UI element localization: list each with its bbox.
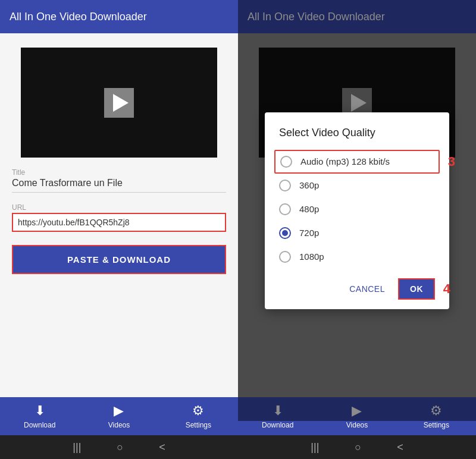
radio-audio — [280, 156, 292, 168]
left-appbar-title: All In One Video Downloader — [10, 11, 147, 23]
option-audio[interactable]: Audio (mp3) 128 kbit/s 3 — [274, 150, 440, 174]
radio-360p — [279, 180, 291, 191]
right-android-home[interactable]: ○ — [355, 441, 361, 454]
url-input[interactable]: https://youtu.be/fB1QQR5hZj8 — [12, 213, 226, 232]
url-wrapper: https://youtu.be/fB1QQR5hZj8 1 — [12, 213, 226, 232]
videos-icon: ▶ — [114, 403, 124, 419]
settings-icon: ⚙ — [192, 403, 204, 419]
option-360p-label: 360p — [299, 180, 319, 190]
option-720p-label: 720p — [299, 228, 319, 238]
right-android-bar: ||| ○ < — [238, 435, 476, 459]
cancel-button[interactable]: CANCEL — [342, 279, 392, 298]
radio-480p — [279, 203, 291, 215]
right-nav-download-label: Download — [262, 421, 293, 429]
right-android-menu[interactable]: ||| — [311, 441, 319, 454]
paste-download-button[interactable]: PASTE & DOWNLOAD — [12, 245, 226, 274]
paste-btn-wrapper: PASTE & DOWNLOAD 2 — [12, 245, 226, 274]
left-nav-settings[interactable]: ⚙ Settings — [159, 397, 238, 435]
left-screen: All In One Video Downloader Title Come T… — [0, 0, 238, 459]
right-nav-settings-label: Settings — [424, 421, 449, 429]
left-nav-download[interactable]: ⬇ Download — [0, 397, 79, 435]
left-appbar: All In One Video Downloader — [0, 0, 238, 33]
dialog-title: Select Video Quality — [279, 127, 435, 139]
option-1080p-label: 1080p — [299, 251, 324, 262]
left-android-menu[interactable]: ||| — [73, 441, 81, 454]
option-1080p[interactable]: 1080p — [279, 245, 435, 269]
right-screen: All In One Video Downloader Select Video… — [238, 0, 476, 459]
download-icon: ⬇ — [35, 403, 45, 419]
left-bottom-nav: ⬇ Download ▶ Videos ⚙ Settings — [0, 397, 238, 435]
left-nav-videos[interactable]: ▶ Videos — [79, 397, 158, 435]
option-360p[interactable]: 360p — [279, 174, 435, 197]
option-480p[interactable]: 480p — [279, 197, 435, 221]
left-video-thumbnail — [21, 48, 217, 158]
url-label: URL — [12, 203, 226, 212]
left-android-bar: ||| ○ < — [0, 435, 238, 459]
option-audio-label: Audio (mp3) 128 kbit/s — [300, 156, 390, 166]
title-value: Come Trasformare un File — [12, 178, 226, 193]
left-android-home[interactable]: ○ — [117, 441, 123, 454]
radio-1080p — [279, 251, 291, 263]
left-nav-download-label: Download — [24, 421, 55, 429]
dialog-actions: CANCEL OK 4 — [279, 278, 435, 300]
left-nav-videos-label: Videos — [108, 421, 130, 429]
left-android-back[interactable]: < — [159, 441, 165, 454]
quality-dialog: Select Video Quality Audio (mp3) 128 kbi… — [265, 112, 449, 309]
right-nav-videos-label: Videos — [346, 421, 368, 429]
option-720p[interactable]: 720p — [279, 221, 435, 245]
right-android-back[interactable]: < — [397, 441, 403, 454]
left-play-icon — [104, 88, 134, 118]
badge-4: 4 — [443, 281, 450, 297]
option-480p-label: 480p — [299, 204, 319, 214]
dialog-overlay: Select Video Quality Audio (mp3) 128 kbi… — [238, 0, 476, 421]
left-nav-settings-label: Settings — [186, 421, 211, 429]
left-form: Title Come Trasformare un File URL https… — [0, 158, 238, 397]
ok-button[interactable]: OK — [398, 278, 435, 300]
badge-3: 3 — [448, 154, 455, 169]
radio-720p — [279, 227, 291, 239]
title-label: Title — [12, 168, 226, 177]
